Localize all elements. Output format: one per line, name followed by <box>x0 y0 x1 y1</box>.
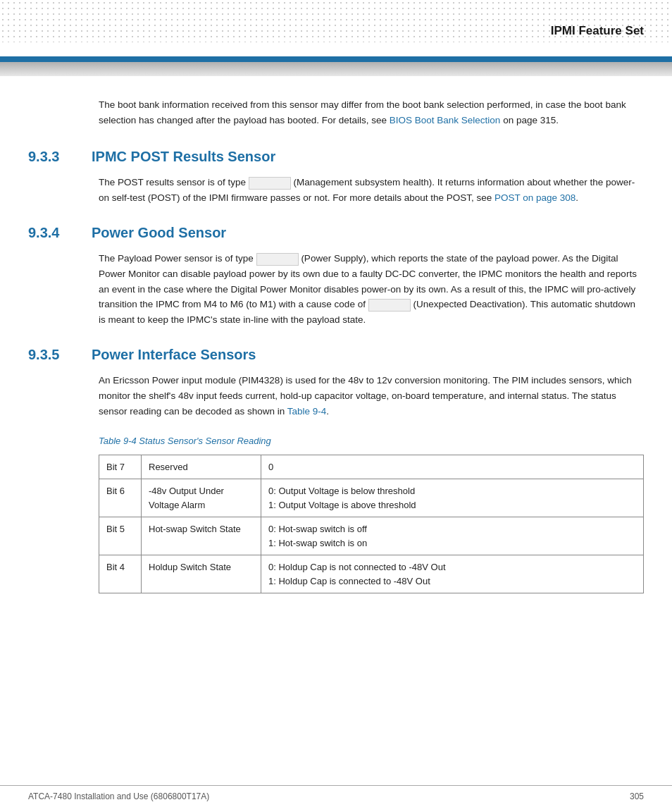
gray-bar <box>0 62 672 76</box>
blue-bar <box>0 56 672 62</box>
table-cell-bit7-col2: Reserved <box>142 455 261 479</box>
section-9-3-3-title: IPMC POST Results Sensor <box>92 149 275 165</box>
header-title-bar: IPMI Feature Set <box>0 0 672 42</box>
power-supply-code-box <box>256 253 299 266</box>
table-caption: Table 9-4 Status Sensor's Sensor Reading <box>99 434 644 449</box>
main-content: The boot bank information received from … <box>0 76 672 641</box>
section-9-3-4-text1: The Payload Power sensor is of type <box>99 253 256 264</box>
table-cell-bit4-col3: 0: Holdup Cap is not connected to -48V O… <box>261 555 644 593</box>
section-9-3-3-text1: The POST results sensor is of type <box>99 177 249 187</box>
section-9-3-4-header: 9.3.4 Power Good Sensor <box>28 225 644 241</box>
table-cell-bit5-col1: Bit 5 <box>99 517 142 555</box>
section-9-3-5-number: 9.3.5 <box>28 347 92 363</box>
post-link[interactable]: POST on page 308 <box>494 192 575 203</box>
table-row: Bit 4 Holdup Switch State 0: Holdup Cap … <box>99 555 644 593</box>
section-9-3-5: 9.3.5 Power Interface Sensors An Ericsso… <box>28 347 644 593</box>
status-sensor-table: Bit 7 Reserved 0 Bit 6 -48v Output Under… <box>99 455 644 594</box>
intro-paragraph: The boot bank information received from … <box>99 97 644 128</box>
table-row: Bit 7 Reserved 0 <box>99 455 644 479</box>
intro-text-period: . <box>556 115 559 125</box>
section-9-3-5-header: 9.3.5 Power Interface Sensors <box>28 347 644 363</box>
table-cell-bit6-col2: -48v Output Under Voltage Alarm <box>142 479 261 517</box>
bios-boot-bank-link[interactable]: BIOS Boot Bank Selection <box>390 115 501 125</box>
header-title: IPMI Feature Set <box>551 24 644 38</box>
cause-code-box <box>368 299 411 312</box>
section-9-3-3: 9.3.3 IPMC POST Results Sensor The POST … <box>28 149 644 205</box>
table-cell-bit5-col2: Hot-swap Switch State <box>142 517 261 555</box>
table-cell-bit6-col3: 0: Output Voltage is below threshold1: O… <box>261 479 644 517</box>
section-9-3-3-body: The POST results sensor is of type (Mana… <box>99 175 644 205</box>
table-cell-bit4-col1: Bit 4 <box>99 555 142 593</box>
footer-left: ATCA-7480 Installation and Use (6806800T… <box>28 791 209 801</box>
post-type-code-box <box>249 177 291 190</box>
section-9-3-3-header: 9.3.3 IPMC POST Results Sensor <box>28 149 644 165</box>
footer-page-number: 305 <box>630 791 644 801</box>
section-9-3-5-body: An Ericsson Power input module (PIM4328)… <box>99 373 644 593</box>
intro-text-page: on page 315 <box>500 115 556 125</box>
table-row: Bit 6 -48v Output Under Voltage Alarm 0:… <box>99 479 644 517</box>
table-cell-bit7-col3: 0 <box>261 455 644 479</box>
header-top: IPMI Feature Set <box>0 0 672 56</box>
table-cell-bit7-col1: Bit 7 <box>99 455 142 479</box>
section-9-3-5-period: . <box>326 406 329 417</box>
section-9-3-3-period: . <box>575 192 578 203</box>
table-row: Bit 5 Hot-swap Switch State 0: Hot-swap … <box>99 517 644 555</box>
section-9-3-4-body: The Payload Power sensor is of type (Pow… <box>99 251 644 327</box>
table-cell-bit4-col2: Holdup Switch State <box>142 555 261 593</box>
section-9-3-5-paragraph: An Ericsson Power input module (PIM4328)… <box>99 373 644 419</box>
section-9-3-4-number: 9.3.4 <box>28 225 92 241</box>
table-cell-bit5-col3: 0: Hot-swap switch is off1: Hot-swap swi… <box>261 517 644 555</box>
section-9-3-5-title: Power Interface Sensors <box>92 347 256 363</box>
table-cell-bit6-col1: Bit 6 <box>99 479 142 517</box>
page-footer: ATCA-7480 Installation and Use (6806800T… <box>0 785 672 807</box>
section-9-3-4-title: Power Good Sensor <box>92 225 226 241</box>
table-9-4-link[interactable]: Table 9-4 <box>287 406 327 417</box>
section-9-3-3-number: 9.3.3 <box>28 149 92 165</box>
section-9-3-4: 9.3.4 Power Good Sensor The Payload Powe… <box>28 225 644 327</box>
section-9-3-5-text1: An Ericsson Power input module (PIM4328)… <box>99 375 632 416</box>
